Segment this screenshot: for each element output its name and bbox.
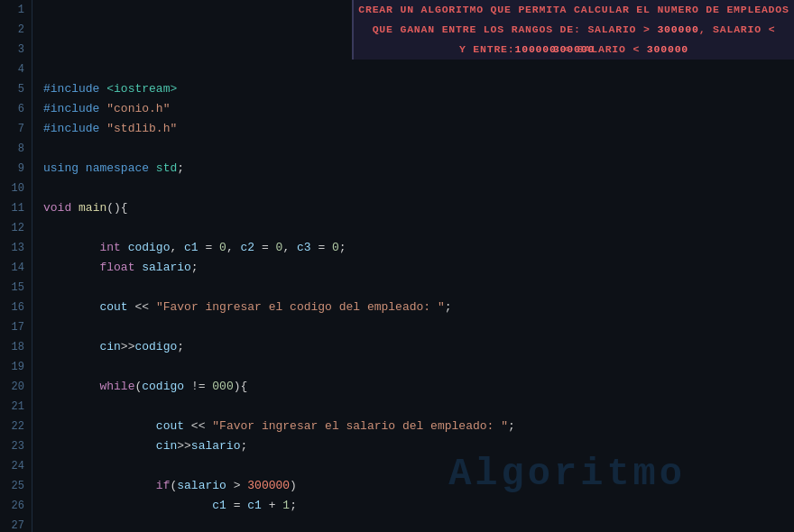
code-line: if(salario > 300000) [43, 476, 794, 496]
code-line [43, 278, 794, 298]
code-line [43, 218, 794, 238]
code-content[interactable]: CREAR UN ALGORITMO QUE PERMITA CALCULAR … [32, 0, 794, 532]
code-line [43, 456, 794, 476]
comment-banner: CREAR UN ALGORITMO QUE PERMITA CALCULAR … [352, 0, 794, 60]
code-line: while(codigo != 000){ [43, 377, 794, 397]
code-line: cout << "Favor ingresar el codigo del em… [43, 298, 794, 317]
banner-line3: Y ENTRE:100000 < SALARIO < 300000 [354, 40, 794, 60]
code-line [43, 60, 794, 79]
code-line: c1 = c1 + 1; [43, 496, 794, 516]
code-editor: 1 2 3 4 5 6 7 8 9 10 11 12 13 14 15 16 1… [0, 0, 794, 532]
code-line [43, 179, 794, 198]
code-line [43, 397, 794, 417]
code-line: int codigo, c1 = 0, c2 = 0, c3 = 0; [43, 238, 794, 258]
code-line-using: using namespace std; [43, 159, 794, 179]
code-line: #include "conio.h" [43, 99, 794, 119]
code-line [43, 317, 794, 337]
code-line: void main(){ [43, 198, 794, 218]
code-line: float salario; [43, 258, 794, 278]
code-line: #include <iostream> [43, 79, 794, 99]
code-line: cout << "Favor ingresar el salario del e… [43, 417, 794, 436]
code-line [43, 357, 794, 377]
code-line [43, 139, 794, 159]
banner-line1: CREAR UN ALGORITMO QUE PERMITA CALCULAR … [354, 0, 794, 20]
code-line: cin>>salario; [43, 436, 794, 456]
code-line [43, 516, 794, 532]
line-numbers: 1 2 3 4 5 6 7 8 9 10 11 12 13 14 15 16 1… [0, 0, 32, 532]
banner-line2: QUE GANAN ENTRE LOS RANGOS DE: SALARIO >… [354, 20, 794, 40]
code-line: cin>>codigo; [43, 337, 794, 357]
code-line: #include "stdlib.h" [43, 119, 794, 139]
